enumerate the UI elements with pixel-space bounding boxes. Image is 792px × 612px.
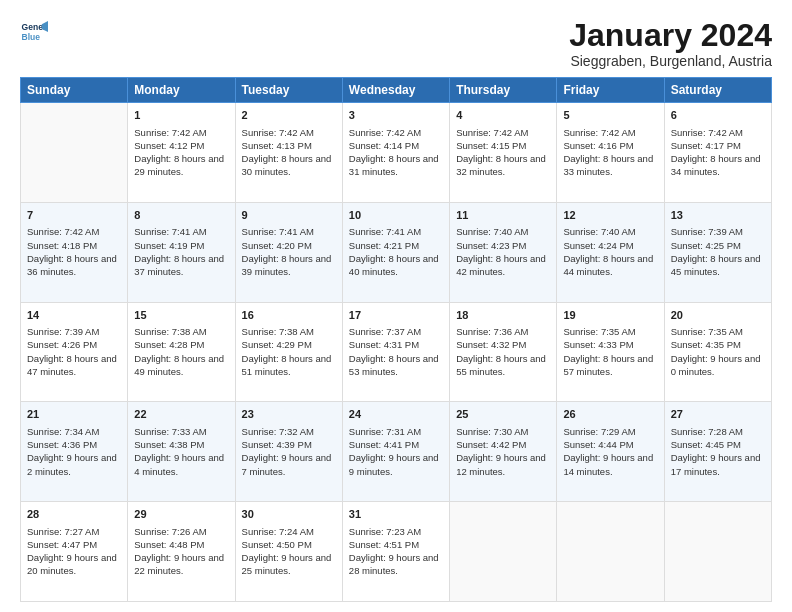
day-cell: 21Sunrise: 7:34 AMSunset: 4:36 PMDayligh… bbox=[21, 402, 128, 502]
day-number: 26 bbox=[563, 407, 657, 422]
subtitle: Sieggraben, Burgenland, Austria bbox=[569, 53, 772, 69]
day-number: 27 bbox=[671, 407, 765, 422]
day-info: Sunrise: 7:42 AMSunset: 4:15 PMDaylight:… bbox=[456, 126, 550, 179]
col-header-thursday: Thursday bbox=[450, 78, 557, 103]
day-number: 25 bbox=[456, 407, 550, 422]
day-cell: 12Sunrise: 7:40 AMSunset: 4:24 PMDayligh… bbox=[557, 202, 664, 302]
col-header-tuesday: Tuesday bbox=[235, 78, 342, 103]
day-cell: 30Sunrise: 7:24 AMSunset: 4:50 PMDayligh… bbox=[235, 502, 342, 602]
day-number: 28 bbox=[27, 507, 121, 522]
week-row-5: 28Sunrise: 7:27 AMSunset: 4:47 PMDayligh… bbox=[21, 502, 772, 602]
day-info: Sunrise: 7:34 AMSunset: 4:36 PMDaylight:… bbox=[27, 425, 121, 478]
day-cell: 14Sunrise: 7:39 AMSunset: 4:26 PMDayligh… bbox=[21, 302, 128, 402]
day-number: 20 bbox=[671, 308, 765, 323]
day-number: 3 bbox=[349, 108, 443, 123]
day-number: 22 bbox=[134, 407, 228, 422]
day-cell: 11Sunrise: 7:40 AMSunset: 4:23 PMDayligh… bbox=[450, 202, 557, 302]
day-info: Sunrise: 7:42 AMSunset: 4:13 PMDaylight:… bbox=[242, 126, 336, 179]
main-title: January 2024 bbox=[569, 18, 772, 53]
day-info: Sunrise: 7:41 AMSunset: 4:20 PMDaylight:… bbox=[242, 225, 336, 278]
day-info: Sunrise: 7:24 AMSunset: 4:50 PMDaylight:… bbox=[242, 525, 336, 578]
day-info: Sunrise: 7:37 AMSunset: 4:31 PMDaylight:… bbox=[349, 325, 443, 378]
day-cell: 15Sunrise: 7:38 AMSunset: 4:28 PMDayligh… bbox=[128, 302, 235, 402]
day-number: 4 bbox=[456, 108, 550, 123]
day-number: 16 bbox=[242, 308, 336, 323]
day-cell: 23Sunrise: 7:32 AMSunset: 4:39 PMDayligh… bbox=[235, 402, 342, 502]
day-number: 10 bbox=[349, 208, 443, 223]
title-block: January 2024 Sieggraben, Burgenland, Aus… bbox=[569, 18, 772, 69]
day-cell: 4Sunrise: 7:42 AMSunset: 4:15 PMDaylight… bbox=[450, 103, 557, 203]
col-header-friday: Friday bbox=[557, 78, 664, 103]
day-info: Sunrise: 7:42 AMSunset: 4:16 PMDaylight:… bbox=[563, 126, 657, 179]
calendar-page: General Blue January 2024 Sieggraben, Bu… bbox=[0, 0, 792, 612]
day-info: Sunrise: 7:41 AMSunset: 4:21 PMDaylight:… bbox=[349, 225, 443, 278]
day-info: Sunrise: 7:42 AMSunset: 4:14 PMDaylight:… bbox=[349, 126, 443, 179]
col-header-wednesday: Wednesday bbox=[342, 78, 449, 103]
day-info: Sunrise: 7:35 AMSunset: 4:33 PMDaylight:… bbox=[563, 325, 657, 378]
week-row-1: 1Sunrise: 7:42 AMSunset: 4:12 PMDaylight… bbox=[21, 103, 772, 203]
day-cell: 29Sunrise: 7:26 AMSunset: 4:48 PMDayligh… bbox=[128, 502, 235, 602]
day-cell: 17Sunrise: 7:37 AMSunset: 4:31 PMDayligh… bbox=[342, 302, 449, 402]
day-cell bbox=[450, 502, 557, 602]
day-number: 23 bbox=[242, 407, 336, 422]
day-cell: 27Sunrise: 7:28 AMSunset: 4:45 PMDayligh… bbox=[664, 402, 771, 502]
day-number: 2 bbox=[242, 108, 336, 123]
week-row-4: 21Sunrise: 7:34 AMSunset: 4:36 PMDayligh… bbox=[21, 402, 772, 502]
week-row-2: 7Sunrise: 7:42 AMSunset: 4:18 PMDaylight… bbox=[21, 202, 772, 302]
day-number: 5 bbox=[563, 108, 657, 123]
day-number: 7 bbox=[27, 208, 121, 223]
day-info: Sunrise: 7:30 AMSunset: 4:42 PMDaylight:… bbox=[456, 425, 550, 478]
day-number: 9 bbox=[242, 208, 336, 223]
day-cell: 25Sunrise: 7:30 AMSunset: 4:42 PMDayligh… bbox=[450, 402, 557, 502]
day-cell: 7Sunrise: 7:42 AMSunset: 4:18 PMDaylight… bbox=[21, 202, 128, 302]
day-number: 24 bbox=[349, 407, 443, 422]
day-cell: 5Sunrise: 7:42 AMSunset: 4:16 PMDaylight… bbox=[557, 103, 664, 203]
calendar-table: SundayMondayTuesdayWednesdayThursdayFrid… bbox=[20, 77, 772, 602]
day-info: Sunrise: 7:28 AMSunset: 4:45 PMDaylight:… bbox=[671, 425, 765, 478]
logo-icon: General Blue bbox=[20, 18, 48, 46]
week-row-3: 14Sunrise: 7:39 AMSunset: 4:26 PMDayligh… bbox=[21, 302, 772, 402]
header: General Blue January 2024 Sieggraben, Bu… bbox=[20, 18, 772, 69]
header-row: SundayMondayTuesdayWednesdayThursdayFrid… bbox=[21, 78, 772, 103]
day-cell: 1Sunrise: 7:42 AMSunset: 4:12 PMDaylight… bbox=[128, 103, 235, 203]
col-header-sunday: Sunday bbox=[21, 78, 128, 103]
day-cell: 20Sunrise: 7:35 AMSunset: 4:35 PMDayligh… bbox=[664, 302, 771, 402]
day-info: Sunrise: 7:32 AMSunset: 4:39 PMDaylight:… bbox=[242, 425, 336, 478]
day-info: Sunrise: 7:42 AMSunset: 4:18 PMDaylight:… bbox=[27, 225, 121, 278]
day-cell bbox=[21, 103, 128, 203]
day-cell bbox=[557, 502, 664, 602]
day-number: 31 bbox=[349, 507, 443, 522]
svg-text:Blue: Blue bbox=[22, 32, 41, 42]
day-info: Sunrise: 7:33 AMSunset: 4:38 PMDaylight:… bbox=[134, 425, 228, 478]
day-info: Sunrise: 7:38 AMSunset: 4:28 PMDaylight:… bbox=[134, 325, 228, 378]
day-number: 1 bbox=[134, 108, 228, 123]
day-cell: 28Sunrise: 7:27 AMSunset: 4:47 PMDayligh… bbox=[21, 502, 128, 602]
day-number: 18 bbox=[456, 308, 550, 323]
day-number: 29 bbox=[134, 507, 228, 522]
day-cell: 18Sunrise: 7:36 AMSunset: 4:32 PMDayligh… bbox=[450, 302, 557, 402]
day-number: 30 bbox=[242, 507, 336, 522]
day-number: 6 bbox=[671, 108, 765, 123]
day-number: 11 bbox=[456, 208, 550, 223]
day-info: Sunrise: 7:23 AMSunset: 4:51 PMDaylight:… bbox=[349, 525, 443, 578]
day-cell: 16Sunrise: 7:38 AMSunset: 4:29 PMDayligh… bbox=[235, 302, 342, 402]
day-info: Sunrise: 7:42 AMSunset: 4:17 PMDaylight:… bbox=[671, 126, 765, 179]
day-info: Sunrise: 7:40 AMSunset: 4:24 PMDaylight:… bbox=[563, 225, 657, 278]
day-info: Sunrise: 7:35 AMSunset: 4:35 PMDaylight:… bbox=[671, 325, 765, 378]
day-number: 12 bbox=[563, 208, 657, 223]
col-header-monday: Monday bbox=[128, 78, 235, 103]
day-cell: 6Sunrise: 7:42 AMSunset: 4:17 PMDaylight… bbox=[664, 103, 771, 203]
day-cell: 24Sunrise: 7:31 AMSunset: 4:41 PMDayligh… bbox=[342, 402, 449, 502]
day-number: 19 bbox=[563, 308, 657, 323]
day-number: 15 bbox=[134, 308, 228, 323]
day-number: 8 bbox=[134, 208, 228, 223]
day-cell: 19Sunrise: 7:35 AMSunset: 4:33 PMDayligh… bbox=[557, 302, 664, 402]
day-number: 17 bbox=[349, 308, 443, 323]
logo: General Blue bbox=[20, 18, 48, 46]
day-info: Sunrise: 7:31 AMSunset: 4:41 PMDaylight:… bbox=[349, 425, 443, 478]
day-info: Sunrise: 7:29 AMSunset: 4:44 PMDaylight:… bbox=[563, 425, 657, 478]
day-info: Sunrise: 7:38 AMSunset: 4:29 PMDaylight:… bbox=[242, 325, 336, 378]
col-header-saturday: Saturday bbox=[664, 78, 771, 103]
day-info: Sunrise: 7:39 AMSunset: 4:26 PMDaylight:… bbox=[27, 325, 121, 378]
day-number: 13 bbox=[671, 208, 765, 223]
